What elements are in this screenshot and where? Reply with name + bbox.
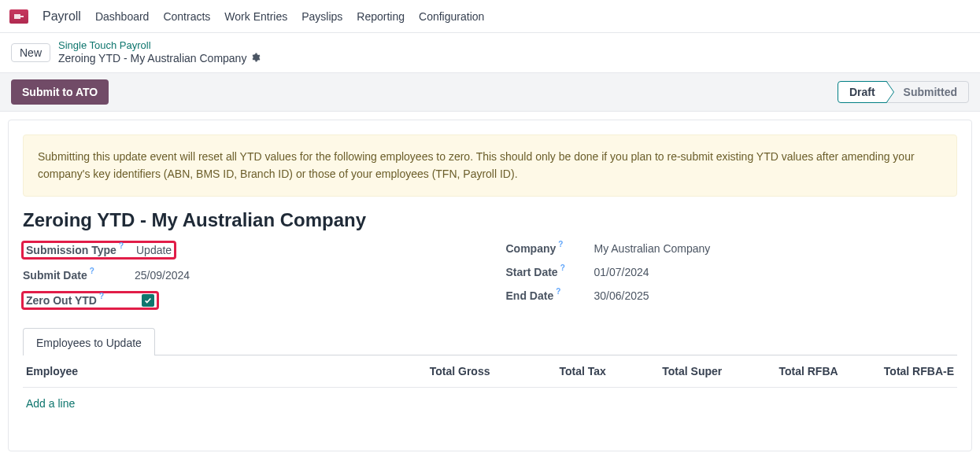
form-right: Company ? My Australian Company Start Da… [506,242,958,308]
nav-work-entries[interactable]: Work Entries [224,10,287,23]
help-icon[interactable]: ? [560,263,565,272]
help-icon[interactable]: ? [558,240,563,249]
value-submit-date[interactable]: 25/09/2024 [135,269,190,282]
help-icon[interactable]: ? [90,267,94,275]
col-total-super: Total Super [606,365,722,377]
col-total-tax: Total Tax [490,365,606,377]
form-left: Submission Type ? Update Submit Date ? 2… [23,242,475,308]
label-submit-date: Submit Date [23,269,87,282]
col-total-rfba: Total RFBA [722,365,838,377]
tabs: Employees to Update Employee Total Gross… [23,327,957,419]
table-body: Add a line [23,388,957,419]
label-start-date: Start Date [506,266,558,278]
status-draft[interactable]: Draft [838,81,887,103]
value-company[interactable]: My Australian Company [594,242,711,255]
help-icon[interactable]: ? [556,287,560,296]
checkbox-zero-out-ytd[interactable] [142,294,154,307]
breadcrumb-current-text: Zeroing YTD - My Australian Company [58,52,246,66]
top-nav: Payroll Dashboard Contracts Work Entries… [0,0,980,33]
status-track: Draft Submitted [838,81,969,103]
value-submission-type[interactable]: Update [136,244,172,256]
col-employee: Employee [26,365,374,377]
add-a-line[interactable]: Add a line [26,397,75,410]
label-end-date: End Date [506,289,554,302]
submit-to-ato-button[interactable]: Submit to ATO [11,79,109,105]
label-zero-out-ytd: Zero Out YTD [26,294,97,307]
nav-configuration[interactable]: Configuration [419,10,484,23]
row-start-date: Start Date ? 01/07/2024 [506,266,958,278]
nav-reporting[interactable]: Reporting [357,10,405,23]
help-icon[interactable]: ? [99,292,104,300]
nav-dashboard[interactable]: Dashboard [95,10,150,23]
value-end-date[interactable]: 30/06/2025 [594,289,649,302]
label-company: Company [506,242,557,255]
col-total-rfba-e: Total RFBA-E [838,365,954,377]
gear-icon[interactable] [251,52,261,66]
breadcrumb-bar: New Single Touch Payroll Zeroing YTD - M… [0,33,980,72]
breadcrumb-parent[interactable]: Single Touch Payroll [58,39,261,52]
value-start-date[interactable]: 01/07/2024 [594,266,649,278]
nav-payslips[interactable]: Payslips [301,10,342,23]
page-title: Zeroing YTD - My Australian Company [23,209,957,231]
app-name: Payroll [43,9,81,24]
help-icon[interactable]: ? [119,241,124,250]
row-submit-date: Submit Date ? 25/09/2024 [23,269,475,282]
svg-rect-1 [20,16,24,17]
label-submission-type: Submission Type [26,244,116,256]
tab-employees-to-update[interactable]: Employees to Update [23,328,155,355]
tab-pane-employees: Employee Total Gross Total Tax Total Sup… [23,355,957,419]
breadcrumb-current: Zeroing YTD - My Australian Company [58,52,261,66]
row-end-date: End Date ? 30/06/2025 [506,289,958,302]
table-header: Employee Total Gross Total Tax Total Sup… [23,355,957,388]
app-logo-icon [9,9,28,24]
form-grid: Submission Type ? Update Submit Date ? 2… [23,242,957,308]
nav-contracts[interactable]: Contracts [163,10,210,23]
row-submission-type: Submission Type ? Update [23,242,475,258]
svg-rect-0 [14,14,20,19]
new-button[interactable]: New [11,43,50,62]
row-company: Company ? My Australian Company [506,242,958,255]
status-submitted[interactable]: Submitted [887,81,969,103]
warning-notice: Submitting this update event will reset … [23,134,957,197]
breadcrumb: Single Touch Payroll Zeroing YTD - My Au… [58,39,261,66]
action-bar: Submit to ATO Draft Submitted [0,72,980,112]
main-panel: Submitting this update event will reset … [8,120,972,451]
col-total-gross: Total Gross [374,365,490,377]
row-zero-out-ytd: Zero Out YTD ? [23,293,475,308]
